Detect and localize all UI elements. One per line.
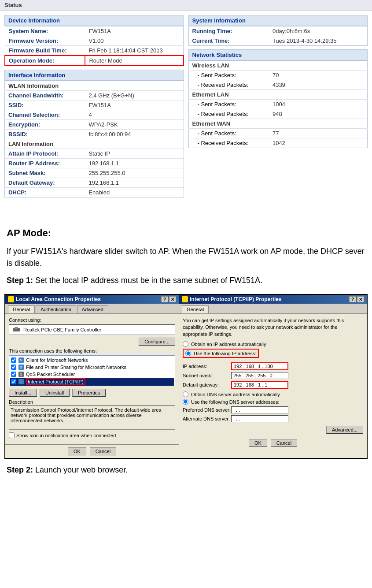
use-following-dns-label: Use the following DNS server addresses: <box>191 399 280 405</box>
default-gateway-input[interactable] <box>231 381 288 389</box>
svg-rect-1 <box>15 327 18 329</box>
table-row: SSID: FW151A <box>5 100 184 110</box>
device-info-header: Device Information <box>4 15 184 26</box>
tab-authentication[interactable]: Authentication <box>36 305 76 313</box>
network-stats-table: Wireless LAN - Sent Packets: 70 - Receiv… <box>188 60 368 148</box>
subnet-mask-label: Subnet mask: <box>183 373 231 378</box>
items-label: This connection uses the following items… <box>9 348 175 354</box>
local-area-cancel-button[interactable]: Cancel <box>90 447 116 455</box>
info-tables-container: Device Information System Name: FW151A F… <box>0 11 372 205</box>
subnet-mask-input[interactable] <box>231 372 288 379</box>
field-value: 4 <box>85 110 184 120</box>
advanced-button[interactable]: Advanced... <box>326 426 363 434</box>
tab-general[interactable]: General <box>182 305 209 313</box>
dialogs-container: Local Area Connection Properties ? ✕ Gen… <box>4 294 368 459</box>
table-row: Encryption: WPA2-PSK <box>5 120 184 130</box>
use-following-row: Use the following IP address: <box>183 349 259 358</box>
local-area-titlebar: Local Area Connection Properties ? ✕ <box>5 295 179 304</box>
table-row: DHCP: Enabled <box>5 188 184 197</box>
system-info-section: System Information Running Time: 0day:0h… <box>188 15 368 46</box>
ip-fields: IP address: Subnet mask: Default gateway… <box>183 362 363 389</box>
table-row: Router IP Address: 192.168.1.1 <box>5 159 184 168</box>
field-value: 255.255.255.0 <box>85 168 184 178</box>
help-button[interactable]: ? <box>161 296 168 302</box>
alternate-dns-input[interactable] <box>231 415 288 422</box>
close-button[interactable]: ✕ <box>357 296 364 302</box>
default-gateway-label: Default gateway: <box>183 382 231 387</box>
preferred-dns-label: Preferred DNS server: <box>183 407 231 413</box>
item-checkbox[interactable] <box>11 365 16 370</box>
step2-text: Launch your web browser. <box>35 465 128 474</box>
field-value: 948 <box>269 109 368 119</box>
step2-title: Step 2: Launch your web browser. <box>0 465 372 475</box>
table-row: - Sent Packets: 77 <box>188 129 368 138</box>
table-row: - Received Packets: 948 <box>188 109 368 119</box>
alternate-dns-row: Alternate DNS server: <box>183 415 363 422</box>
item-label: File and Printer Sharing for Microsoft N… <box>26 365 126 370</box>
item-checkbox[interactable] <box>11 357 16 363</box>
items-list: N Client for Microsoft Networks S File a… <box>9 355 175 386</box>
info-right: System Information Running Time: 0day:0h… <box>188 15 368 201</box>
field-label: BSSID: <box>5 130 85 139</box>
field-value: Tues 2013-4-30 14:29:35 <box>269 36 368 46</box>
ap-mode-description: If your FW151A's hardware slider switch … <box>7 246 365 269</box>
local-area-tabs: General Authentication Advanced <box>5 304 179 314</box>
status-label: Status <box>4 2 22 8</box>
table-row: Channel Bandwidth: 2.4 GHz (B+G+N) <box>5 91 184 100</box>
close-button[interactable]: ✕ <box>169 296 176 302</box>
field-value: 192.168.1.1 <box>85 178 184 188</box>
tab-general[interactable]: General <box>8 305 35 313</box>
default-gateway-row: Default gateway: <box>183 381 363 389</box>
field-value: fc:8f:c4:00:00:94 <box>85 130 184 139</box>
field-label: Attain IP Protocol: <box>5 149 85 159</box>
field-value: 1004 <box>269 100 368 109</box>
connect-using-label: Connect using: <box>9 317 175 323</box>
help-button[interactable]: ? <box>349 296 356 302</box>
step2-label: Step 2: <box>7 465 33 474</box>
interface-info-header: Interface Information <box>4 70 184 81</box>
field-value: Static IP <box>85 149 184 159</box>
titlebar-left: Local Area Connection Properties <box>8 296 101 302</box>
tcpip-ok-button[interactable]: OK <box>249 439 267 447</box>
ip-address-input[interactable] <box>231 362 288 370</box>
install-button[interactable]: Install... <box>9 389 37 397</box>
wireless-lan-subheader-row: Wireless LAN <box>188 61 368 71</box>
item-checkbox[interactable] <box>11 379 16 384</box>
tcpip-cancel-button[interactable]: Cancel <box>271 439 297 447</box>
field-value: Fri Feb 1 18:14:04 CST 2013 <box>85 46 183 56</box>
table-row: Running Time: 0day:0h:6m:6s <box>188 26 368 36</box>
configure-button[interactable]: Configure... <box>139 338 175 346</box>
obtain-dns-auto-label: Obtain DNS server address automatically <box>191 392 280 397</box>
install-uninstall-row: Install... Uninstall Properties <box>9 389 175 397</box>
local-area-body: Connect using: Realtek PCIe GBE Family C… <box>5 314 179 444</box>
use-following-dns-radio[interactable] <box>183 399 188 405</box>
field-label: DHCP: <box>5 188 85 197</box>
tab-advanced[interactable]: Advanced <box>77 305 108 313</box>
obtain-auto-row: Obtain an IP address automatically <box>183 341 363 347</box>
properties-button[interactable]: Properties <box>72 389 106 397</box>
uninstall-button[interactable]: Uninstall <box>40 389 70 397</box>
field-label: Running Time: <box>188 26 269 36</box>
item-label: QoS Packet Scheduler <box>26 372 75 377</box>
use-following-radio[interactable] <box>185 350 191 356</box>
titlebar-buttons: ? ✕ <box>161 296 176 302</box>
tcpip-dialog: Internet Protocol (TCP/IP) Properties ? … <box>179 295 367 458</box>
field-value: Enabled <box>85 188 184 197</box>
obtain-auto-radio[interactable] <box>183 341 188 347</box>
local-area-ok-button[interactable]: OK <box>68 447 86 455</box>
tcpip-body: You can get IP settings assigned automat… <box>179 314 367 437</box>
preferred-dns-input[interactable] <box>231 406 288 413</box>
advanced-row: Advanced... <box>183 426 363 434</box>
ethernet-wan-subheader-row: Ethernet WAN <box>188 119 368 129</box>
svg-text:Q: Q <box>20 373 22 376</box>
table-row: Default Gateway: 192.168.1.1 <box>5 178 184 188</box>
network-stats-section: Network Statistics Wireless LAN - Sent P… <box>188 49 368 148</box>
obtain-dns-auto-radio[interactable] <box>183 391 188 397</box>
field-label: Current Time: <box>188 36 269 46</box>
item-checkbox[interactable] <box>11 372 16 377</box>
field-label: Default Gateway: <box>5 178 85 188</box>
show-icon-checkbox[interactable] <box>9 432 15 438</box>
tcpip-auto-desc: You can get IP settings assigned automat… <box>183 317 363 338</box>
step1-text: Set the local IP address must be in the … <box>35 276 262 285</box>
info-left: Device Information System Name: FW151A F… <box>4 15 184 201</box>
